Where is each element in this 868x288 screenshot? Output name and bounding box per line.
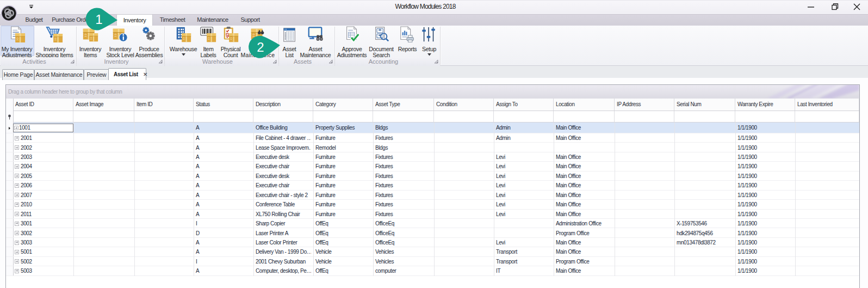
svg-text:1: 1 xyxy=(95,12,102,27)
svg-text:2: 2 xyxy=(257,40,264,54)
